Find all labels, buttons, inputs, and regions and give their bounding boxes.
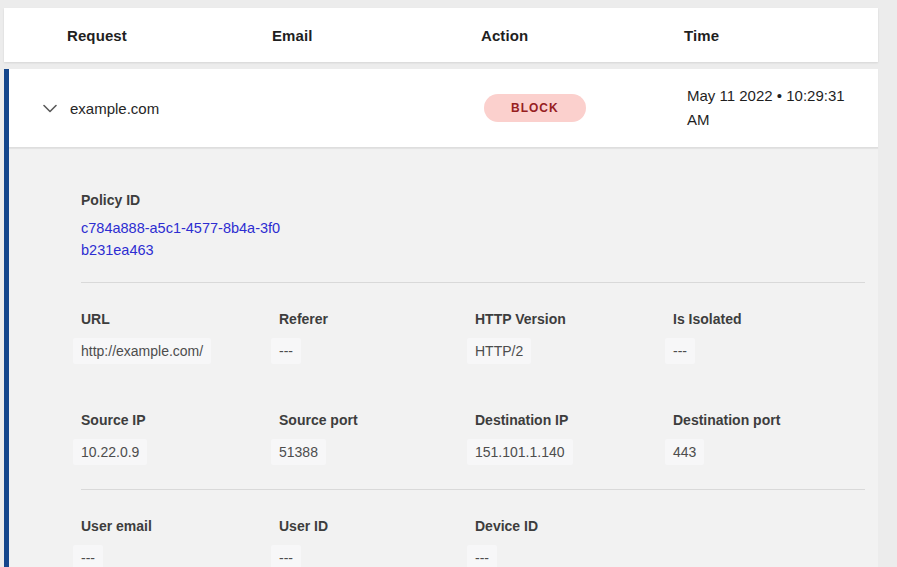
field-url: URL http://example.com/ bbox=[81, 309, 279, 364]
detail-row-http: URL http://example.com/ Referer --- HTTP… bbox=[9, 309, 878, 364]
field-http-version-label: HTTP Version bbox=[475, 309, 566, 329]
logs-table: Request Email Action Time example.com BL… bbox=[4, 8, 878, 567]
action-cell: BLOCK bbox=[484, 94, 687, 122]
field-user-email-value: --- bbox=[73, 545, 103, 567]
field-source-port: Source port 51388 bbox=[279, 410, 475, 465]
column-header-time: Time bbox=[684, 27, 878, 44]
chevron-down-icon[interactable] bbox=[42, 100, 58, 116]
field-user-id: User ID --- bbox=[279, 516, 475, 567]
field-http-version-value: HTTP/2 bbox=[467, 338, 531, 364]
field-destination-ip-value: 151.101.1.140 bbox=[467, 439, 573, 465]
field-referer: Referer --- bbox=[279, 309, 475, 364]
field-is-isolated: Is Isolated --- bbox=[673, 309, 864, 364]
field-destination-port-value: 443 bbox=[665, 439, 704, 465]
field-destination-port-label: Destination port bbox=[673, 410, 780, 430]
field-destination-ip-label: Destination IP bbox=[475, 410, 568, 430]
column-header-action: Action bbox=[481, 27, 684, 44]
logs-page: Request Email Action Time example.com BL… bbox=[0, 0, 897, 567]
policy-id-link[interactable]: c784a888-a5c1-4577-8b4a-3f0b231ea463 bbox=[81, 218, 281, 261]
field-source-port-label: Source port bbox=[279, 410, 358, 430]
detail-row-network: Source IP 10.22.0.9 Source port 51388 De… bbox=[9, 410, 878, 465]
field-empty bbox=[673, 516, 864, 567]
column-header-email: Email bbox=[272, 27, 481, 44]
time-value: May 11 2022 • 10:29:31 AM bbox=[687, 84, 878, 132]
field-device-id-label: Device ID bbox=[475, 516, 538, 536]
detail-row-user: User email --- User ID --- Device ID --- bbox=[9, 516, 878, 567]
policy-id-label: Policy ID bbox=[81, 190, 678, 210]
policy-section: Policy ID c784a888-a5c1-4577-8b4a-3f0b23… bbox=[9, 190, 878, 261]
field-source-ip-label: Source IP bbox=[81, 410, 146, 430]
field-device-id-value: --- bbox=[467, 545, 497, 567]
column-header-request: Request bbox=[67, 27, 272, 44]
request-value: example.com bbox=[70, 100, 275, 117]
status-badge-block: BLOCK bbox=[484, 94, 586, 122]
log-entry-expanded: example.com BLOCK May 11 2022 • 10:29:31… bbox=[4, 69, 878, 567]
field-http-version: HTTP Version HTTP/2 bbox=[475, 309, 673, 364]
field-source-ip-value: 10.22.0.9 bbox=[73, 439, 147, 465]
field-destination-port: Destination port 443 bbox=[673, 410, 864, 465]
field-referer-value: --- bbox=[271, 338, 301, 364]
field-source-ip: Source IP 10.22.0.9 bbox=[81, 410, 279, 465]
log-details-panel: Policy ID c784a888-a5c1-4577-8b4a-3f0b23… bbox=[9, 148, 878, 567]
field-source-port-value: 51388 bbox=[271, 439, 326, 465]
field-destination-ip: Destination IP 151.101.1.140 bbox=[475, 410, 673, 465]
field-referer-label: Referer bbox=[279, 309, 328, 329]
field-user-email: User email --- bbox=[81, 516, 279, 567]
field-url-value: http://example.com/ bbox=[73, 338, 211, 364]
field-device-id: Device ID --- bbox=[475, 516, 673, 567]
section-divider bbox=[81, 489, 865, 490]
field-is-isolated-label: Is Isolated bbox=[673, 309, 741, 329]
log-row[interactable]: example.com BLOCK May 11 2022 • 10:29:31… bbox=[9, 69, 878, 148]
section-divider bbox=[81, 282, 865, 283]
field-is-isolated-value: --- bbox=[665, 338, 695, 364]
field-url-label: URL bbox=[81, 309, 110, 329]
field-user-email-label: User email bbox=[81, 516, 152, 536]
table-header-row: Request Email Action Time bbox=[4, 8, 878, 62]
field-user-id-value: --- bbox=[271, 545, 301, 567]
field-user-id-label: User ID bbox=[279, 516, 328, 536]
